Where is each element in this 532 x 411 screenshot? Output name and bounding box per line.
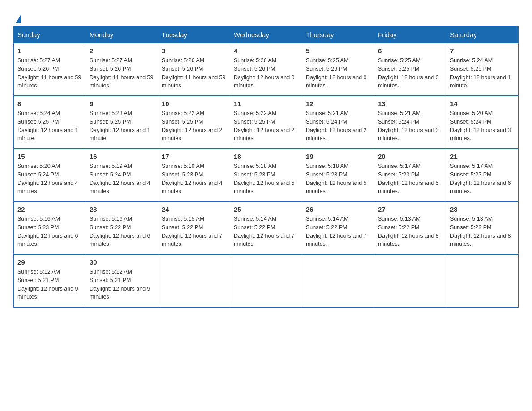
day-number: 4: [234, 47, 298, 55]
page-header: [13, 9, 519, 21]
day-number: 27: [378, 206, 442, 213]
weekday-header-wednesday: Wednesday: [230, 26, 302, 43]
day-info: Sunrise: 5:17 AMSunset: 5:23 PMDaylight:…: [378, 162, 442, 196]
calendar-cell: 2Sunrise: 5:27 AMSunset: 5:26 PMDaylight…: [86, 43, 158, 96]
weekday-header-thursday: Thursday: [302, 26, 374, 43]
weekday-header-tuesday: Tuesday: [158, 26, 230, 43]
day-info: Sunrise: 5:16 AMSunset: 5:23 PMDaylight:…: [17, 215, 82, 248]
day-number: 24: [162, 206, 226, 213]
day-number: 10: [162, 100, 226, 107]
day-number: 22: [17, 206, 82, 213]
day-number: 17: [162, 153, 226, 160]
calendar-cell: 4Sunrise: 5:26 AMSunset: 5:26 PMDaylight…: [230, 43, 302, 96]
day-number: 19: [306, 153, 370, 160]
day-info: Sunrise: 5:25 AMSunset: 5:26 PMDaylight:…: [306, 56, 370, 90]
weekday-header-row: SundayMondayTuesdayWednesdayThursdayFrid…: [14, 26, 519, 43]
day-number: 8: [17, 100, 82, 107]
calendar-cell: 26Sunrise: 5:14 AMSunset: 5:22 PMDayligh…: [302, 201, 374, 254]
calendar-cell: 1Sunrise: 5:27 AMSunset: 5:26 PMDaylight…: [14, 43, 86, 96]
day-info: Sunrise: 5:14 AMSunset: 5:22 PMDaylight:…: [306, 215, 370, 248]
calendar-cell: 16Sunrise: 5:19 AMSunset: 5:24 PMDayligh…: [86, 149, 158, 201]
day-info: Sunrise: 5:25 AMSunset: 5:25 PMDaylight:…: [378, 56, 442, 90]
day-number: 2: [90, 47, 154, 55]
calendar-cell: 28Sunrise: 5:13 AMSunset: 5:22 PMDayligh…: [446, 201, 519, 254]
calendar-cell: [374, 254, 446, 307]
day-number: 25: [234, 206, 298, 213]
logo: [13, 13, 21, 21]
day-info: Sunrise: 5:14 AMSunset: 5:22 PMDaylight:…: [234, 215, 298, 248]
day-info: Sunrise: 5:18 AMSunset: 5:23 PMDaylight:…: [234, 162, 298, 196]
day-info: Sunrise: 5:19 AMSunset: 5:24 PMDaylight:…: [90, 162, 154, 196]
day-info: Sunrise: 5:21 AMSunset: 5:24 PMDaylight:…: [378, 109, 442, 143]
calendar-cell: 12Sunrise: 5:21 AMSunset: 5:24 PMDayligh…: [302, 96, 374, 149]
day-number: 11: [234, 100, 298, 107]
calendar-cell: 6Sunrise: 5:25 AMSunset: 5:25 PMDaylight…: [374, 43, 446, 96]
calendar-cell: [302, 254, 374, 307]
calendar-cell: 30Sunrise: 5:12 AMSunset: 5:21 PMDayligh…: [86, 254, 158, 307]
weekday-header-sunday: Sunday: [14, 26, 86, 43]
calendar-cell: 29Sunrise: 5:12 AMSunset: 5:21 PMDayligh…: [14, 254, 86, 307]
day-number: 20: [378, 153, 442, 160]
day-number: 21: [450, 153, 515, 160]
day-info: Sunrise: 5:21 AMSunset: 5:24 PMDaylight:…: [306, 109, 370, 143]
day-number: 16: [90, 153, 154, 160]
day-info: Sunrise: 5:24 AMSunset: 5:25 PMDaylight:…: [17, 109, 82, 143]
calendar-cell: 10Sunrise: 5:22 AMSunset: 5:25 PMDayligh…: [158, 96, 230, 149]
calendar-week-row: 8Sunrise: 5:24 AMSunset: 5:25 PMDaylight…: [14, 96, 519, 149]
calendar-cell: 18Sunrise: 5:18 AMSunset: 5:23 PMDayligh…: [230, 149, 302, 201]
calendar-cell: 20Sunrise: 5:17 AMSunset: 5:23 PMDayligh…: [374, 149, 446, 201]
calendar-cell: [446, 254, 519, 307]
calendar-cell: 27Sunrise: 5:13 AMSunset: 5:22 PMDayligh…: [374, 201, 446, 254]
day-number: 23: [90, 206, 154, 213]
calendar-cell: 24Sunrise: 5:15 AMSunset: 5:22 PMDayligh…: [158, 201, 230, 254]
day-number: 30: [90, 258, 154, 266]
day-number: 15: [17, 153, 82, 160]
day-info: Sunrise: 5:16 AMSunset: 5:22 PMDaylight:…: [90, 215, 154, 248]
calendar-cell: 22Sunrise: 5:16 AMSunset: 5:23 PMDayligh…: [14, 201, 86, 254]
day-number: 14: [450, 100, 515, 107]
day-info: Sunrise: 5:12 AMSunset: 5:21 PMDaylight:…: [90, 268, 154, 301]
day-info: Sunrise: 5:12 AMSunset: 5:21 PMDaylight:…: [17, 268, 82, 301]
weekday-header-monday: Monday: [86, 26, 158, 43]
calendar-cell: [230, 254, 302, 307]
calendar-cell: 19Sunrise: 5:18 AMSunset: 5:23 PMDayligh…: [302, 149, 374, 201]
day-number: 6: [378, 47, 442, 55]
logo-triangle-icon: [16, 14, 21, 23]
day-number: 1: [17, 47, 82, 55]
calendar-cell: 11Sunrise: 5:22 AMSunset: 5:25 PMDayligh…: [230, 96, 302, 149]
day-number: 26: [306, 206, 370, 213]
day-number: 28: [450, 206, 515, 213]
calendar-cell: 7Sunrise: 5:24 AMSunset: 5:25 PMDaylight…: [446, 43, 519, 96]
day-info: Sunrise: 5:22 AMSunset: 5:25 PMDaylight:…: [162, 109, 226, 143]
day-number: 7: [450, 47, 515, 55]
calendar-cell: 15Sunrise: 5:20 AMSunset: 5:24 PMDayligh…: [14, 149, 86, 201]
day-number: 5: [306, 47, 370, 55]
weekday-header-saturday: Saturday: [446, 26, 519, 43]
calendar-week-row: 22Sunrise: 5:16 AMSunset: 5:23 PMDayligh…: [14, 201, 519, 254]
day-info: Sunrise: 5:26 AMSunset: 5:26 PMDaylight:…: [234, 56, 298, 90]
calendar-week-row: 29Sunrise: 5:12 AMSunset: 5:21 PMDayligh…: [14, 254, 519, 307]
calendar-cell: 5Sunrise: 5:25 AMSunset: 5:26 PMDaylight…: [302, 43, 374, 96]
calendar-cell: 25Sunrise: 5:14 AMSunset: 5:22 PMDayligh…: [230, 201, 302, 254]
weekday-header-friday: Friday: [374, 26, 446, 43]
day-info: Sunrise: 5:27 AMSunset: 5:26 PMDaylight:…: [17, 56, 82, 90]
day-info: Sunrise: 5:20 AMSunset: 5:24 PMDaylight:…: [17, 162, 82, 196]
day-number: 3: [162, 47, 226, 55]
day-number: 29: [17, 258, 82, 266]
day-info: Sunrise: 5:18 AMSunset: 5:23 PMDaylight:…: [306, 162, 370, 196]
calendar-cell: 21Sunrise: 5:17 AMSunset: 5:23 PMDayligh…: [446, 149, 519, 201]
day-info: Sunrise: 5:13 AMSunset: 5:22 PMDaylight:…: [378, 215, 442, 248]
calendar-cell: 9Sunrise: 5:23 AMSunset: 5:25 PMDaylight…: [86, 96, 158, 149]
day-number: 13: [378, 100, 442, 107]
day-info: Sunrise: 5:15 AMSunset: 5:22 PMDaylight:…: [162, 215, 226, 248]
day-info: Sunrise: 5:19 AMSunset: 5:23 PMDaylight:…: [162, 162, 226, 196]
day-info: Sunrise: 5:23 AMSunset: 5:25 PMDaylight:…: [90, 109, 154, 143]
day-info: Sunrise: 5:17 AMSunset: 5:23 PMDaylight:…: [450, 162, 515, 196]
calendar-cell: 3Sunrise: 5:26 AMSunset: 5:26 PMDaylight…: [158, 43, 230, 96]
calendar-table: SundayMondayTuesdayWednesdayThursdayFrid…: [13, 26, 519, 308]
calendar-cell: 8Sunrise: 5:24 AMSunset: 5:25 PMDaylight…: [14, 96, 86, 149]
logo-general-text: [13, 13, 21, 22]
calendar-cell: 14Sunrise: 5:20 AMSunset: 5:24 PMDayligh…: [446, 96, 519, 149]
calendar-cell: 17Sunrise: 5:19 AMSunset: 5:23 PMDayligh…: [158, 149, 230, 201]
day-info: Sunrise: 5:20 AMSunset: 5:24 PMDaylight:…: [450, 109, 515, 143]
